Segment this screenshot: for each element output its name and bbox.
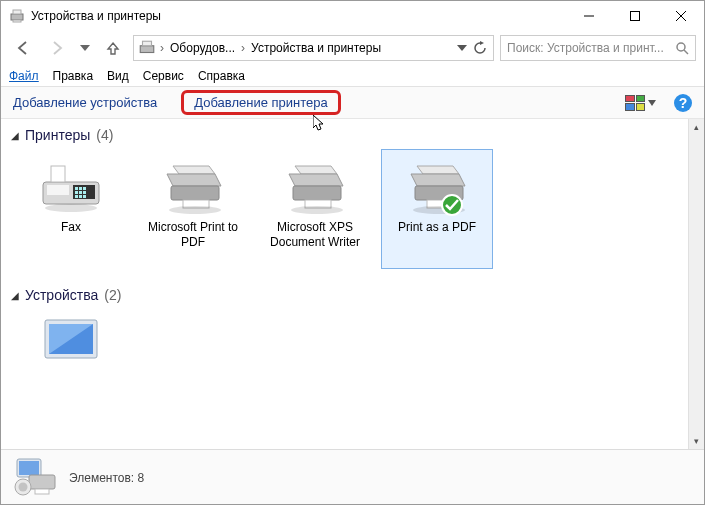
svg-rect-38 [19, 461, 39, 475]
menu-view[interactable]: Вид [107, 69, 129, 83]
svg-rect-20 [75, 195, 78, 198]
add-printer-button[interactable]: Добавление принтера [181, 90, 340, 115]
svg-rect-0 [11, 14, 23, 20]
printer-icon [397, 156, 477, 216]
svg-point-9 [677, 43, 685, 51]
svg-rect-19 [83, 191, 86, 194]
svg-rect-21 [79, 195, 82, 198]
device-label: Microsoft Print to PDF [138, 220, 248, 250]
group-printers-header[interactable]: ◢ Принтеры (4) [1, 119, 704, 147]
default-check-icon [441, 194, 463, 216]
svg-rect-28 [293, 186, 341, 200]
address-bar: › Оборудов... › Устройства и принтеры По… [1, 31, 704, 65]
svg-rect-8 [143, 41, 152, 46]
svg-rect-22 [83, 195, 86, 198]
device-item-ms-xps[interactable]: Microsoft XPS Document Writer [259, 149, 371, 269]
menu-tools[interactable]: Сервис [143, 69, 184, 83]
device-item-monitor[interactable] [15, 309, 127, 369]
device-item-print-as-pdf[interactable]: Print as a PDF [381, 149, 493, 269]
svg-point-42 [19, 482, 28, 491]
search-icon [675, 41, 689, 55]
help-button[interactable]: ? [674, 94, 692, 112]
content-pane: ▴ ▾ ◢ Принтеры (4) Fax [1, 119, 704, 449]
maximize-button[interactable] [612, 1, 658, 31]
status-bar: Элементов: 8 [1, 449, 704, 505]
monitor-icon [31, 316, 111, 362]
svg-rect-7 [140, 46, 154, 53]
printer-icon [153, 156, 233, 216]
view-options-button[interactable] [625, 95, 656, 111]
group-count: (2) [104, 287, 121, 303]
collapse-icon: ◢ [11, 130, 19, 141]
group-label: Устройства [25, 287, 98, 303]
scrollbar[interactable]: ▴ ▾ [688, 119, 704, 449]
status-label: Элементов: [69, 471, 134, 485]
command-bar: Добавление устройства Добавление принтер… [1, 87, 704, 119]
devices-printers-icon [136, 37, 158, 59]
svg-rect-12 [47, 185, 69, 195]
svg-rect-18 [79, 191, 82, 194]
scroll-down-button[interactable]: ▾ [689, 433, 704, 449]
breadcrumb-segment-devices[interactable]: Устройства и принтеры [247, 41, 385, 55]
breadcrumb[interactable]: › Оборудов... › Устройства и принтеры [133, 35, 494, 61]
chevron-down-icon[interactable] [457, 43, 467, 53]
collapse-icon: ◢ [11, 290, 19, 301]
printers-items: Fax Microsoft Print to PDF [1, 147, 704, 279]
breadcrumb-segment-hardware[interactable]: Оборудов... [166, 41, 239, 55]
menu-bar: Файл Правка Вид Сервис Справка [1, 65, 704, 87]
menu-edit[interactable]: Правка [53, 69, 94, 83]
chevron-right-icon[interactable]: › [158, 41, 166, 55]
status-count: 8 [138, 471, 145, 485]
svg-rect-39 [29, 475, 55, 489]
scroll-up-button[interactable]: ▴ [689, 119, 704, 135]
svg-rect-16 [83, 187, 86, 190]
search-input[interactable]: Поиск: Устройства и принт... [500, 35, 696, 61]
view-icon [625, 95, 645, 111]
devices-printers-icon [9, 8, 25, 24]
svg-rect-14 [75, 187, 78, 190]
device-label: Microsoft XPS Document Writer [260, 220, 370, 250]
svg-point-30 [291, 206, 343, 214]
svg-rect-40 [35, 489, 49, 494]
chevron-right-icon[interactable]: › [239, 41, 247, 55]
svg-rect-23 [51, 166, 65, 182]
minimize-button[interactable] [566, 1, 612, 31]
back-button[interactable] [9, 34, 37, 62]
device-label: Print as a PDF [398, 220, 476, 235]
svg-rect-15 [79, 187, 82, 190]
svg-line-10 [684, 50, 688, 54]
svg-rect-4 [631, 12, 640, 21]
add-device-button[interactable]: Добавление устройства [13, 95, 157, 110]
up-button[interactable] [99, 34, 127, 62]
devices-items [1, 307, 704, 379]
group-count: (4) [96, 127, 113, 143]
close-button[interactable] [658, 1, 704, 31]
titlebar[interactable]: Устройства и принтеры [1, 1, 704, 31]
menu-help[interactable]: Справка [198, 69, 245, 83]
status-icon [13, 457, 59, 499]
device-item-ms-print-pdf[interactable]: Microsoft Print to PDF [137, 149, 249, 269]
forward-button[interactable] [43, 34, 71, 62]
device-item-fax[interactable]: Fax [15, 149, 127, 269]
svg-rect-25 [171, 186, 219, 200]
fax-icon [31, 156, 111, 216]
search-placeholder: Поиск: Устройства и принт... [507, 41, 675, 55]
window-title: Устройства и принтеры [31, 9, 161, 23]
svg-point-24 [45, 204, 97, 212]
refresh-button[interactable] [473, 41, 487, 55]
svg-rect-2 [13, 20, 21, 22]
group-label: Принтеры [25, 127, 90, 143]
recent-locations-button[interactable] [77, 34, 93, 62]
svg-rect-17 [75, 191, 78, 194]
device-label: Fax [61, 220, 81, 235]
printer-icon [275, 156, 355, 216]
group-devices-header[interactable]: ◢ Устройства (2) [1, 279, 704, 307]
menu-file[interactable]: Файл [9, 69, 39, 83]
svg-rect-1 [13, 10, 21, 14]
svg-point-27 [169, 206, 221, 214]
